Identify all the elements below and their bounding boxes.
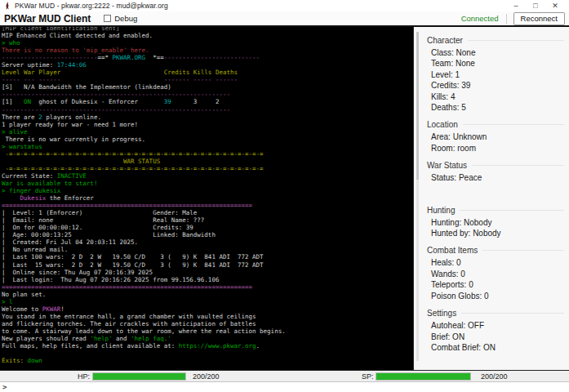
app-icon <box>4 2 11 11</box>
terminal-line: MIP Enhanced Client detected and enabled… <box>2 32 413 39</box>
app-window: PKWar MUD - pkwar.org:2222 - mud@pkwar.o… <box>0 0 569 392</box>
hp-value: 200/200 <box>193 372 220 381</box>
connection-status: Connected <box>461 14 499 23</box>
terminal-line: | Level: 1 (Enforcer) Gender: Male <box>2 209 413 216</box>
terminal-line: | Age: 00:00:13:25 Linked: Bandwidth <box>2 231 413 238</box>
sidebar-stat-item: Credits: 39 <box>431 80 566 91</box>
terminal-line: -=-=-=-=-=-=-=-=-=-=-=-=-=-=-=-=-=-=-=-=… <box>2 165 413 172</box>
close-icon[interactable]: ✕ <box>545 1 565 11</box>
terminal-line: Current State: INACTIVE <box>2 172 413 180</box>
terminal-line: There is no reason to 'mip_enable' here. <box>2 47 413 54</box>
terminal-line: | Online since: Thu Aug 07 20:16:39 2025 <box>2 269 413 276</box>
sidebar: CharacterClass: NoneTeam: NoneLevel: 1Cr… <box>413 27 569 370</box>
sidebar-stat-item: Area: Unknown <box>431 131 566 142</box>
terminal-line: ========================================… <box>2 202 413 209</box>
sidebar-section-title: Hunting <box>427 206 564 215</box>
sidebar-stat-item: Poison Globs: 0 <box>431 291 566 301</box>
terminal-line: and flickering torches. The air crackles… <box>2 320 413 327</box>
terminal-line: | Last 15 wars: 2 D 2 W 19.50 C/D 3 ( 9)… <box>2 261 413 269</box>
terminal-line: ----- --- ------ ------- ----- ------ <box>2 76 413 83</box>
terminal-line: | Created: Fri Jul 04 20:03:11 2025. <box>2 238 413 246</box>
status-bar: HP: 200/200 SP: 200/200 <box>0 370 569 381</box>
titlebar[interactable]: PKWar MUD - pkwar.org:2222 - mud@pkwar.o… <box>0 0 569 11</box>
scrollbar-thumb[interactable] <box>416 32 419 180</box>
command-input[interactable]: > <box>0 381 569 392</box>
terminal-line <box>2 350 413 357</box>
terminal-line: Server uptime: 17:44:06 <box>2 61 413 69</box>
main-area: [MIP client identification sent]MIP Enha… <box>0 27 569 370</box>
terminal-line: | No unread mail. <box>2 246 413 253</box>
hp-label: HP: <box>78 372 90 381</box>
terminal-line: -=-=-=-=-=-=-=-=-=-=-=-=-=-=-=-=-=-=-=-=… <box>2 150 413 158</box>
sp-bar <box>376 372 471 381</box>
sidebar-stat-item: Autoheal: OFF <box>431 320 566 331</box>
terminal-line: ----------------------------------------… <box>2 106 413 114</box>
window-title: PKWar MUD - pkwar.org:2222 - mud@pkwar.o… <box>15 2 168 10</box>
sidebar-stat-item: Status: Peace <box>431 172 566 183</box>
sidebar-stat-item: Heals: 0 <box>431 257 566 268</box>
debug-label: Debug <box>114 14 137 23</box>
terminal-line: [1] ON ghost of Dukesix - Enforcer 39 3 … <box>2 98 413 105</box>
terminal-line: ========================================… <box>2 283 413 291</box>
terminal[interactable]: [MIP client identification sent]MIP Enha… <box>0 27 413 370</box>
terminal-line: There are 2 players online. <box>2 114 413 121</box>
app-title: PKWar MUD Client <box>4 13 91 24</box>
sp-bar-fill <box>376 373 470 380</box>
terminal-line: | On for 00:00:00:12. Credits: 39 <box>2 224 413 231</box>
terminal-line: No plan set. <box>2 291 413 298</box>
sp-value: 200/200 <box>481 372 508 381</box>
terminal-line: --------------------------==* PKWAR.ORG … <box>2 54 413 61</box>
terminal-line: Exits: down <box>2 357 413 364</box>
terminal-line: | Email: none Real Name: ??? <box>2 216 413 224</box>
sidebar-stat-item: Hunted by: Nobody <box>431 228 566 238</box>
terminal-line: to come. A stairway leads down to the wa… <box>2 327 413 335</box>
terminal-line: > alive <box>2 128 413 136</box>
terminal-line: You stand in the entrance hall, a grand … <box>2 313 413 320</box>
command-prompt: > <box>2 383 7 391</box>
reconnect-button[interactable]: Reconnect <box>513 12 565 25</box>
sidebar-sections: CharacterClass: NoneTeam: NoneLevel: 1Cr… <box>420 29 566 353</box>
sidebar-stat-item: Team: None <box>431 58 566 69</box>
sp-label: SP: <box>362 372 374 381</box>
terminal-line: There is no war currently in progress. <box>2 136 413 143</box>
terminal-line: [S] N/A Bandwidth the Implementor (linkd… <box>2 83 413 91</box>
sidebar-stat-item: Hunting: Nobody <box>431 217 566 228</box>
sidebar-stat-item: Wands: 0 <box>431 269 566 279</box>
terminal-line: Dukesix the Enforcer <box>2 194 413 202</box>
sidebar-stat-item: Teleports: 0 <box>431 279 566 290</box>
sidebar-section-title: Combat Items <box>427 246 564 255</box>
sidebar-section-title: Location <box>427 120 564 129</box>
sidebar-section-title: Character <box>427 36 564 45</box>
terminal-line: > warstatus <box>2 143 413 150</box>
minimize-icon[interactable]: – <box>506 1 526 11</box>
toolbar-divider <box>506 14 507 24</box>
sidebar-stat-item: Level: 1 <box>431 69 566 80</box>
terminal-line: | Last login: Thu Aug 07 20:16:26 2025 f… <box>2 276 413 283</box>
sidebar-stat-item: Kills: 4 <box>431 91 566 102</box>
debug-checkbox[interactable] <box>104 15 111 22</box>
terminal-line: > who <box>2 39 413 47</box>
hp-bar <box>92 372 186 381</box>
terminal-line: 1 player ready for war - need 1 more! <box>2 121 413 128</box>
terminal-line: ----------------------------------------… <box>2 91 413 98</box>
terminal-line: War is available to start! <box>2 180 413 187</box>
terminal-line: > finger dukesix <box>2 187 413 194</box>
terminal-line: | Last 100 wars: 2 D 2 W 19.50 C/D 3 ( 9… <box>2 253 413 261</box>
sidebar-stat-item: Deaths: 5 <box>431 102 566 113</box>
sidebar-stat-item: Class: None <box>431 47 566 58</box>
maximize-icon[interactable]: □ <box>526 1 545 11</box>
sidebar-stat-item: Room: room <box>431 143 566 154</box>
sidebar-scrollbar[interactable] <box>416 32 419 361</box>
terminal-line: Level War Player Credits Kills Deaths <box>2 69 413 76</box>
sidebar-stat-item: Brief: ON <box>431 332 566 342</box>
sidebar-section-title: War Status <box>427 161 564 170</box>
terminal-line: > l <box>2 298 413 305</box>
terminal-line: Welcome to PKWAR! <box>2 305 413 313</box>
terminal-line: Full maps, help files, and client availa… <box>2 342 413 350</box>
terminal-line: New players should read 'help' and 'help… <box>2 335 413 342</box>
toolbar: PKWar MUD Client Debug Connected Reconne… <box>0 11 569 27</box>
hp-bar-fill <box>93 373 185 380</box>
sidebar-section-title: Settings <box>427 309 564 318</box>
sidebar-stat-item: Combat Brief: ON <box>431 342 566 353</box>
terminal-line: WAR STATUS <box>2 158 413 165</box>
